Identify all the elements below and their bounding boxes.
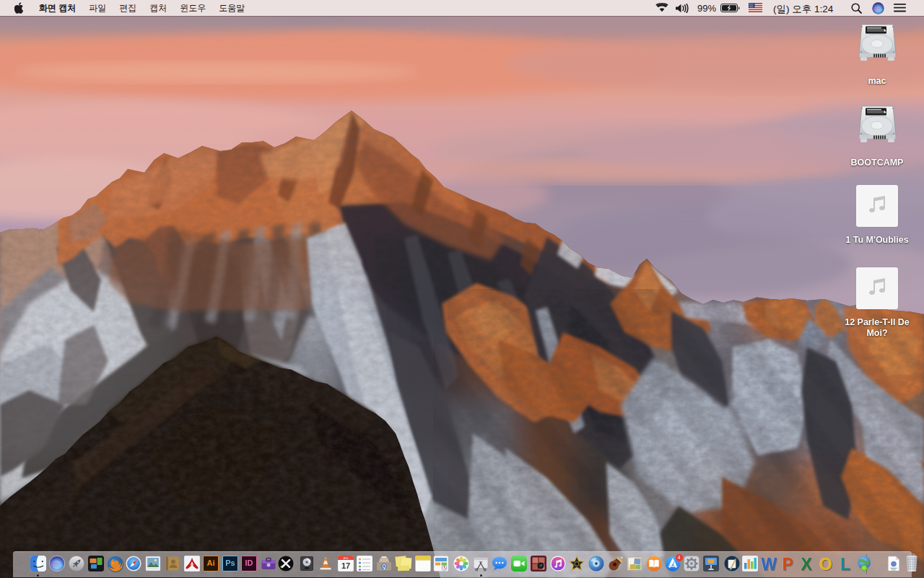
svg-text:PDF: PDF [892,569,897,571]
svg-text:Q: Q [382,564,385,569]
svg-text:JUL: JUL [343,556,349,560]
svg-text:17: 17 [341,561,350,570]
